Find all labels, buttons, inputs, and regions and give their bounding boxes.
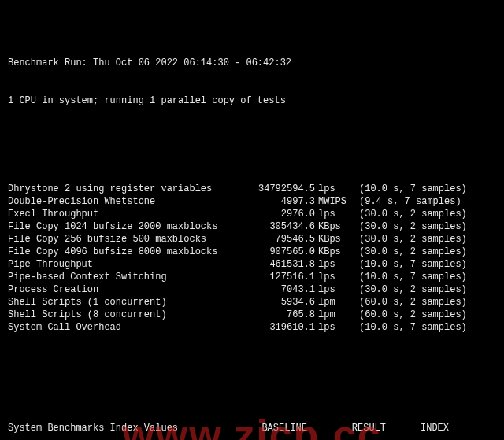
test-value: 907565.0	[236, 246, 315, 258]
test-duration: (30.0 s, 2 samples)	[353, 233, 493, 246]
col-index: INDEX	[386, 422, 449, 434]
test-value: 79546.5	[236, 233, 315, 246]
test-name: Shell Scripts (8 concurrent)	[8, 309, 236, 321]
col-baseline: BASELINE	[236, 422, 307, 434]
test-row: File Copy 256 bufsize 500 maxblocks79546…	[8, 233, 496, 246]
test-name: Double-Precision Whetstone	[8, 195, 236, 208]
test-row: File Copy 4096 bufsize 8000 maxblocks907…	[8, 246, 496, 258]
test-duration: (30.0 s, 2 samples)	[353, 283, 493, 296]
test-unit: KBps	[315, 220, 353, 233]
test-unit: KBps	[315, 246, 353, 258]
test-name: Execl Throughput	[8, 208, 236, 220]
test-value: 765.8	[236, 309, 315, 321]
col-result: RESULT	[307, 422, 386, 434]
test-unit: lps	[315, 271, 353, 283]
test-duration: (10.0 s, 7 samples)	[353, 321, 493, 334]
test-duration: (60.0 s, 2 samples)	[353, 309, 493, 321]
test-unit: MWIPS	[315, 195, 353, 208]
test-name: Dhrystone 2 using register variables	[8, 183, 236, 195]
test-name: Pipe-based Context Switching	[8, 271, 236, 283]
test-row: Pipe-based Context Switching127516.1lps(…	[8, 271, 496, 283]
test-value: 305434.6	[236, 220, 315, 233]
test-name: Process Creation	[8, 283, 236, 296]
test-unit: lps	[315, 183, 353, 195]
test-name: Pipe Throughput	[8, 258, 236, 271]
test-row: File Copy 1024 bufsize 2000 maxblocks305…	[8, 220, 496, 233]
test-duration: (60.0 s, 2 samples)	[353, 296, 493, 309]
test-duration: (10.0 s, 7 samples)	[353, 258, 493, 271]
test-value: 34792594.5	[236, 183, 315, 195]
test-unit: KBps	[315, 233, 353, 246]
test-value: 2976.0	[236, 208, 315, 220]
header-run: Benchmark Run: Thu Oct 06 2022 06:14:30 …	[8, 57, 496, 69]
test-duration: (10.0 s, 7 samples)	[353, 271, 493, 283]
test-name: File Copy 4096 bufsize 8000 maxblocks	[8, 246, 236, 258]
test-name: System Call Overhead	[8, 321, 236, 334]
test-value: 127516.1	[236, 271, 315, 283]
test-unit: lps	[315, 283, 353, 296]
test-unit: lps	[315, 208, 353, 220]
test-unit: lpm	[315, 309, 353, 321]
test-duration: (30.0 s, 2 samples)	[353, 246, 493, 258]
test-row: Pipe Throughput461531.8lps(10.0 s, 7 sam…	[8, 258, 496, 271]
test-row: System Call Overhead319610.1lps(10.0 s, …	[8, 321, 496, 334]
test-unit: lpm	[315, 296, 353, 309]
test-row: Shell Scripts (8 concurrent)765.8lpm(60.…	[8, 309, 496, 321]
test-row: Double-Precision Whetstone4997.3MWIPS(9.…	[8, 195, 496, 208]
test-row: Process Creation7043.1lps(30.0 s, 2 samp…	[8, 283, 496, 296]
test-row: Shell Scripts (1 concurrent)5934.6lpm(60…	[8, 296, 496, 309]
index-title: System Benchmarks Index Values	[8, 422, 236, 434]
blank	[8, 132, 496, 145]
tests-block: Dhrystone 2 using register variables3479…	[8, 183, 496, 334]
test-name: File Copy 256 bufsize 500 maxblocks	[8, 233, 236, 246]
test-duration: (30.0 s, 2 samples)	[353, 220, 493, 233]
test-row: Execl Throughput2976.0lps(30.0 s, 2 samp…	[8, 208, 496, 220]
test-value: 4997.3	[236, 195, 315, 208]
header-cpu: 1 CPU in system; running 1 parallel copy…	[8, 94, 496, 107]
test-name: Shell Scripts (1 concurrent)	[8, 296, 236, 309]
blank	[8, 372, 496, 384]
test-unit: lps	[315, 258, 353, 271]
test-value: 7043.1	[236, 283, 315, 296]
test-duration: (9.4 s, 7 samples)	[353, 195, 493, 208]
test-value: 319610.1	[236, 321, 315, 334]
test-row: Dhrystone 2 using register variables3479…	[8, 183, 496, 195]
test-name: File Copy 1024 bufsize 2000 maxblocks	[8, 220, 236, 233]
test-duration: (10.0 s, 7 samples)	[353, 183, 493, 195]
test-duration: (30.0 s, 2 samples)	[353, 208, 493, 220]
terminal: www.zjcp.cc Benchmark Run: Thu Oct 06 20…	[0, 0, 504, 440]
index-header: System Benchmarks Index ValuesBASELINERE…	[8, 422, 496, 434]
test-value: 5934.6	[236, 296, 315, 309]
test-unit: lps	[315, 321, 353, 334]
test-value: 461531.8	[236, 258, 315, 271]
